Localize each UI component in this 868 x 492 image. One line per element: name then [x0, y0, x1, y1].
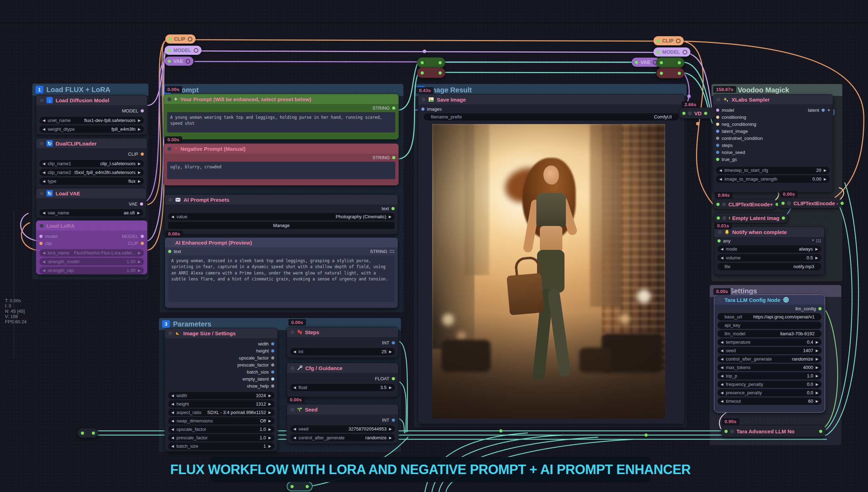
node-steps[interactable]: Steps INT ◀int25▶ [287, 327, 398, 358]
node-load-diffusion-model[interactable]: ↓Load Diffusion Model MODEL ◀unet_namefl… [36, 95, 147, 135]
widget-clip_name2[interactable]: ◀clip_name2t5xxl_fp8_e4m3fn.safetensors▶ [39, 169, 144, 176]
decrement-arrow[interactable]: ◀ [171, 410, 174, 414]
output-port-CLIP[interactable] [141, 153, 144, 156]
node-clip-text-encode-negative[interactable]: CLIPTextEncode - [778, 198, 841, 208]
increment-arrow[interactable]: ▶ [268, 419, 271, 423]
increment-arrow[interactable]: ▶ [816, 365, 818, 369]
widget-image_to_image_strength[interactable]: ◀image_to_image_strength0.00▶ [716, 175, 830, 183]
button-manage[interactable]: Manage [168, 222, 395, 229]
node-empty-latent-image[interactable]: Empty Latent Imag [713, 213, 789, 223]
increment-arrow[interactable]: ▶ [816, 374, 818, 378]
decrement-arrow[interactable]: ◀ [293, 427, 296, 431]
widget-float[interactable]: ◀float3.5▶ [290, 384, 395, 391]
input-port[interactable] [168, 250, 171, 253]
increment-arrow[interactable]: ▶ [816, 349, 818, 352]
widget-seed[interactable]: ◀seed1407▶ [717, 347, 822, 354]
increment-arrow[interactable]: ▶ [138, 162, 141, 166]
output-port-batch_size[interactable] [271, 370, 274, 374]
collapse-dot[interactable] [688, 111, 692, 115]
node-tara-llm-config[interactable]: Tara LLM Config Node llm_config ◀base_ur… [714, 294, 825, 413]
widget-upscale_factor[interactable]: ◀upscale_factor1.0▶ [168, 426, 274, 433]
input-port-model[interactable] [716, 109, 719, 112]
collapse-dot[interactable] [722, 216, 726, 220]
output-port[interactable] [392, 156, 395, 159]
widget-base_url[interactable]: ◀base_urlhttps://api.groq.com/openai/v1▶ [717, 313, 822, 321]
increment-arrow[interactable]: ▶ [268, 402, 271, 406]
decrement-arrow[interactable]: ◀ [721, 349, 723, 352]
decrement-arrow[interactable]: ◀ [171, 427, 174, 431]
drag-grid-icon[interactable] [816, 239, 821, 243]
output-port-prescale_factor[interactable] [271, 363, 274, 367]
node-load-vae[interactable]: ↻Load VAE VAE ◀vae_nameae.sft▶ [36, 188, 147, 218]
node-notify-when-complete[interactable]: Notify when complete any * ◀modealways▶◀… [714, 227, 825, 275]
collapse-dot[interactable] [716, 98, 720, 102]
widget-unet_name[interactable]: ◀unet_nameflux1-dev-fp8.safetensors▶ [39, 117, 144, 124]
output-port[interactable] [392, 106, 395, 110]
increment-arrow[interactable]: ▶ [138, 268, 141, 272]
widget-lora_name[interactable]: ◀lora_nameFlux\PixelArt-Flux-Lora.safet.… [39, 249, 144, 257]
node-image-size-settings[interactable]: Image Size / Settings widthheightupscale… [165, 328, 278, 451]
reroute-model-left[interactable]: MODEL [165, 46, 202, 55]
collapse-dot[interactable] [787, 201, 791, 205]
increment-arrow[interactable]: ▶ [138, 251, 141, 255]
widget-strength_clip[interactable]: ◀strength_clip1.00▶ [39, 267, 144, 274]
decrement-arrow[interactable]: ◀ [43, 260, 45, 264]
decrement-arrow[interactable]: ◀ [171, 436, 174, 440]
drag-grid-icon[interactable] [389, 250, 395, 253]
widget-type[interactable]: ◀typeflux▶ [39, 177, 144, 185]
collapse-dot[interactable] [291, 408, 294, 412]
output-port-VAE[interactable] [140, 202, 143, 206]
increment-arrow[interactable]: ▶ [138, 118, 141, 122]
decrement-arrow[interactable]: ◀ [721, 382, 723, 386]
decrement-arrow[interactable]: ◀ [171, 394, 174, 397]
widget-batch_size[interactable]: ◀batch_size1▶ [168, 442, 274, 450]
decrement-arrow[interactable]: ◀ [721, 399, 723, 403]
widget-prescale_factor[interactable]: ◀prescale_factor1.0▶ [168, 434, 274, 441]
widget-seed[interactable]: ◀seed327587020544953▶ [290, 425, 395, 433]
output-port-latent[interactable] [822, 109, 825, 112]
widget-int[interactable]: ◀int25▶ [290, 348, 395, 355]
widget-timeout[interactable]: ◀timeout60▶ [717, 397, 822, 405]
decrement-arrow[interactable]: ◀ [721, 340, 723, 344]
output-port-INT[interactable] [392, 341, 395, 344]
node-dual-clip-loader[interactable]: ↻DualCLIPLoader CLIP ◀clip_name1clip_l.s… [36, 138, 147, 192]
node-ai-enhanced-prompt[interactable]: AI Enhanced Prompt (Preview) text STRING… [165, 237, 398, 308]
decrement-arrow[interactable]: ◀ [721, 391, 723, 395]
input-port-steps[interactable] [716, 144, 719, 147]
increment-arrow[interactable]: ▶ [816, 399, 818, 403]
decrement-arrow[interactable]: ◀ [43, 162, 45, 166]
node-ai-prompt-presets[interactable]: AI Prompt Presets text ◀valuePhotography… [165, 194, 398, 234]
collapse-dot[interactable] [40, 192, 44, 195]
collapsed-node-green[interactable] [417, 57, 445, 68]
collapsed-node-maroon-right[interactable] [656, 68, 684, 78]
increment-arrow[interactable]: ▶ [138, 179, 141, 183]
output-ring[interactable] [683, 50, 687, 54]
output-port[interactable] [818, 307, 822, 310]
collapse-dot[interactable] [40, 224, 44, 228]
decrement-arrow[interactable]: ◀ [43, 211, 45, 215]
collapse-dot[interactable] [168, 331, 172, 335]
enhanced-textarea[interactable]: A young woman, dressed in a sleek tank t… [168, 255, 395, 302]
increment-arrow[interactable]: ▶ [138, 260, 141, 264]
output-port-FLOAT[interactable] [392, 377, 395, 380]
widget-llm_model[interactable]: ◀llm_modelllama3-70b-8192▶ [717, 330, 822, 337]
widget-top_p[interactable]: ◀top_p1.0▶ [717, 372, 822, 380]
widget-height[interactable]: ◀height1312▶ [168, 400, 274, 408]
decrement-arrow[interactable]: ◀ [171, 402, 174, 406]
reroute-clip-left[interactable]: CLIP [165, 34, 196, 44]
output-port-upscale_factor[interactable] [271, 356, 274, 360]
widget-max_tokens[interactable]: ◀max_tokens4000▶ [717, 364, 822, 371]
node-seed[interactable]: Seed INT ◀seed327587020544953▶◀control_a… [287, 404, 398, 444]
input-port-latent_image[interactable] [716, 130, 719, 133]
increment-arrow[interactable]: ▶ [816, 340, 818, 344]
increment-arrow[interactable]: ▶ [389, 350, 392, 354]
widget-swap_dimensions[interactable]: ◀swap_dimensionsOff▶ [168, 417, 274, 425]
widget-weight_dtype[interactable]: ◀weight_dtypefp8_e4m3fn▶ [39, 125, 144, 133]
decrement-arrow[interactable]: ◀ [43, 118, 45, 122]
decrement-arrow[interactable]: ◀ [171, 215, 174, 219]
input-port[interactable] [682, 112, 685, 115]
decrement-arrow[interactable]: ◀ [43, 170, 45, 174]
decrement-arrow[interactable]: ◀ [293, 386, 296, 389]
decrement-arrow[interactable]: ◀ [43, 179, 45, 183]
reroute-clip-right[interactable]: CLIP [653, 36, 684, 45]
